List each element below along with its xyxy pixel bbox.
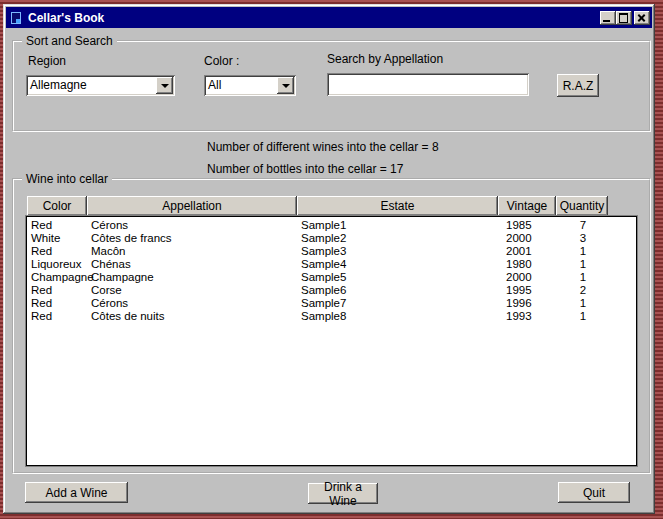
desktop: Cellar's Book Sort and Search Region All… [0, 0, 663, 519]
table-row[interactable]: RedCôtes de nuitsSample819931 [27, 310, 636, 323]
table-header: ColorAppellationEstateVintageQuantity [27, 196, 608, 216]
cell-appellation: Corse [91, 284, 122, 297]
cell-estate: Sample7 [301, 297, 346, 310]
cell-color: Red [31, 297, 52, 310]
cell-vintage: 1996 [506, 297, 532, 310]
cell-estate: Sample3 [301, 245, 346, 258]
wines-count-text: Number of different wines into the cella… [207, 140, 439, 154]
search-label: Search by Appellation [327, 52, 443, 66]
cell-quantity: 1 [557, 310, 609, 323]
cell-vintage: 1995 [506, 284, 532, 297]
table-row[interactable]: RedMacônSample320011 [27, 245, 636, 258]
search-input[interactable] [327, 73, 529, 96]
table-row[interactable]: ChampagneChampagneSample520001 [27, 271, 636, 284]
cell-quantity: 1 [557, 245, 609, 258]
chevron-down-icon[interactable] [277, 77, 294, 94]
window-title: Cellar's Book [28, 11, 600, 25]
cell-quantity: 1 [557, 271, 609, 284]
title-bar[interactable]: Cellar's Book [6, 7, 652, 28]
cell-quantity: 3 [557, 232, 609, 245]
cell-estate: Sample4 [301, 258, 346, 271]
column-header-estate[interactable]: Estate [297, 196, 498, 216]
cell-quantity: 7 [557, 219, 609, 232]
wine-list[interactable]: RedCéronsSample119857WhiteCôtes de franc… [26, 216, 637, 466]
cell-quantity: 2 [557, 284, 609, 297]
cell-color: Champagne [31, 271, 94, 284]
color-label: Color : [204, 54, 239, 68]
cell-vintage: 1993 [506, 310, 532, 323]
maximize-icon[interactable] [616, 11, 632, 25]
cell-appellation: Chénas [91, 258, 131, 271]
column-header-appellation[interactable]: Appellation [87, 196, 297, 216]
cell-estate: Sample5 [301, 271, 346, 284]
table-row[interactable]: RedCorseSample619952 [27, 284, 636, 297]
table-row[interactable]: RedCéronsSample719961 [27, 297, 636, 310]
cell-appellation: Macôn [91, 245, 126, 258]
cell-vintage: 2000 [506, 232, 532, 245]
cell-appellation: Cérons [91, 219, 128, 232]
region-label: Region [28, 54, 66, 68]
color-dropdown[interactable]: All [204, 75, 296, 96]
minimize-icon[interactable] [600, 11, 616, 25]
drink-wine-button[interactable]: Drink a Wine [308, 483, 378, 504]
app-window: Cellar's Book Sort and Search Region All… [3, 4, 655, 514]
chevron-down-icon[interactable] [156, 77, 173, 94]
cell-appellation: Cérons [91, 297, 128, 310]
quit-button[interactable]: Quit [558, 482, 630, 503]
table-row[interactable]: WhiteCôtes de francsSample220003 [27, 232, 636, 245]
cell-estate: Sample8 [301, 310, 346, 323]
region-dropdown-value: Allemagne [26, 75, 175, 96]
cell-vintage: 1985 [506, 219, 532, 232]
cell-vintage: 1980 [506, 258, 532, 271]
cell-estate: Sample2 [301, 232, 346, 245]
cell-appellation: Côtes de francs [91, 232, 172, 245]
cell-quantity: 1 [557, 258, 609, 271]
cell-vintage: 2001 [506, 245, 532, 258]
region-dropdown[interactable]: Allemagne [26, 75, 175, 96]
table-row[interactable]: RedCéronsSample119857 [27, 219, 636, 232]
wine-cellar-group-label: Wine into cellar [22, 172, 112, 186]
add-wine-button[interactable]: Add a Wine [25, 482, 128, 503]
close-icon[interactable] [634, 11, 650, 25]
cell-appellation: Champagne [91, 271, 154, 284]
cell-quantity: 1 [557, 297, 609, 310]
app-icon[interactable] [9, 11, 23, 25]
cell-estate: Sample1 [301, 219, 346, 232]
cell-color: Red [31, 219, 52, 232]
cell-color: Red [31, 310, 52, 323]
window-controls [600, 11, 650, 25]
table-row[interactable]: LiquoreuxChénasSample419801 [27, 258, 636, 271]
column-header-color[interactable]: Color [27, 196, 87, 216]
cell-vintage: 2000 [506, 271, 532, 284]
raz-button[interactable]: R.A.Z [557, 74, 599, 97]
cell-color: Red [31, 284, 52, 297]
cell-color: White [31, 232, 60, 245]
cell-appellation: Côtes de nuits [91, 310, 165, 323]
column-header-vintage[interactable]: Vintage [498, 196, 556, 216]
column-header-quantity[interactable]: Quantity [556, 196, 608, 216]
sort-search-group-label: Sort and Search [22, 34, 117, 48]
cell-color: Liquoreux [31, 258, 82, 271]
cell-estate: Sample6 [301, 284, 346, 297]
cell-color: Red [31, 245, 52, 258]
bottles-count-text: Number of bottles into the cellar = 17 [207, 162, 403, 176]
